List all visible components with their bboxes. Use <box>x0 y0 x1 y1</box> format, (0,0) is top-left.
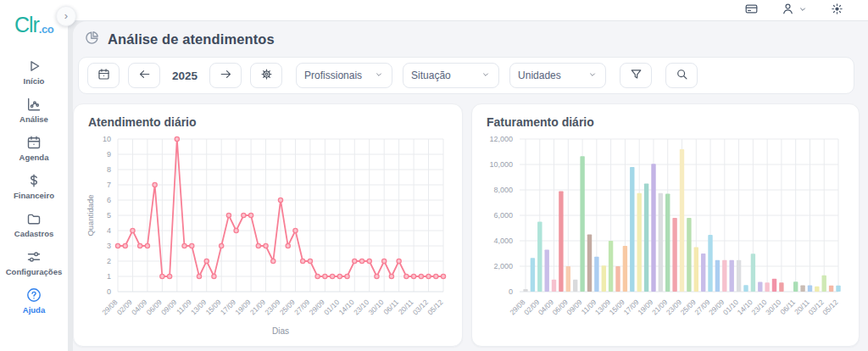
play-icon <box>25 58 42 75</box>
chevron-right-icon: › <box>64 10 68 21</box>
sidebar-item-label: Análise <box>19 114 48 124</box>
sidebar-item-label: Configurações <box>6 267 63 276</box>
search-icon <box>675 67 689 84</box>
line-chart-canvas: 012345678910Quantidade29/0802/0904/0906/… <box>74 131 462 343</box>
content-panel: Análise de atendimentos 2025 Profissiona… <box>73 21 868 351</box>
svg-text:10: 10 <box>103 135 111 143</box>
svg-text:6: 6 <box>107 196 111 204</box>
svg-text:10,000: 10,000 <box>489 160 513 169</box>
charts-section: Atendimento diário 012345678910Quantidad… <box>73 103 860 347</box>
svg-text:02/09: 02/09 <box>115 298 134 316</box>
sidebar-collapse-button[interactable]: › <box>56 6 76 26</box>
sidebar-item-label: Início <box>24 76 45 86</box>
sidebar-item-financeiro[interactable]: Financeiro <box>0 167 68 205</box>
svg-text:0: 0 <box>107 287 111 296</box>
sidebar-item-cadastros[interactable]: Cadastros <box>0 205 68 243</box>
situacao-select[interactable]: Situação <box>403 63 499 88</box>
svg-text:06/11: 06/11 <box>778 298 797 316</box>
next-year-button[interactable] <box>209 63 242 88</box>
svg-text:06/11: 06/11 <box>381 298 400 316</box>
svg-text:05/12: 05/12 <box>821 298 839 316</box>
folder-icon <box>25 210 42 227</box>
main-content: Análise de atendimentos 2025 Profissiona… <box>68 21 868 351</box>
svg-text:19/09: 19/09 <box>636 298 654 316</box>
bar-chart-canvas: 02,0004,0006,0008,00010,00012,00029/0802… <box>472 131 859 343</box>
unidades-select[interactable]: Unidades <box>509 63 606 88</box>
billing-button[interactable] <box>744 2 759 19</box>
sliders-icon <box>25 248 42 265</box>
help-icon <box>25 287 42 304</box>
credit-card-icon <box>744 2 759 19</box>
sidebar-nav: InícioAnáliseAgendaFinanceiroCadastrosCo… <box>0 44 68 320</box>
analysis-icon <box>25 96 42 113</box>
svg-text:5: 5 <box>107 211 111 220</box>
sidebar-item-agenda[interactable]: Agenda <box>0 129 68 167</box>
filter-bar: 2025 ProfissionaisSituaçãoUnidades <box>78 57 854 94</box>
svg-text:29/09: 29/09 <box>308 298 326 316</box>
logo-text-suffix: .co <box>39 23 53 36</box>
svg-text:2,000: 2,000 <box>493 262 513 270</box>
svg-text:25/09: 25/09 <box>679 298 698 316</box>
user-menu-button[interactable] <box>781 2 808 19</box>
svg-text:04/09: 04/09 <box>130 298 148 316</box>
chevron-down-icon <box>374 68 384 83</box>
svg-text:01/10: 01/10 <box>721 298 740 316</box>
dollar-icon <box>25 172 42 189</box>
filter-selects: ProfissionaisSituaçãoUnidades <box>296 63 606 88</box>
svg-text:21/09: 21/09 <box>650 298 669 316</box>
svg-text:05/12: 05/12 <box>426 298 444 316</box>
previous-year-button[interactable] <box>128 63 160 88</box>
chevron-down-icon <box>481 68 491 83</box>
select-value: Situação <box>411 70 451 81</box>
theme-toggle-button[interactable] <box>830 2 844 19</box>
bar-chart-svg: 02,0004,0006,0008,00010,00012,00029/0802… <box>479 131 849 339</box>
sidebar-item-label: Cadastros <box>14 229 53 238</box>
topbar <box>68 0 868 21</box>
funnel-icon <box>629 67 643 84</box>
sidebar-item-configuracoes[interactable]: Configurações <box>0 243 68 281</box>
svg-text:17/09: 17/09 <box>219 298 237 316</box>
svg-text:15/09: 15/09 <box>203 298 222 316</box>
settings-button[interactable] <box>250 63 282 88</box>
sidebar-item-analise[interactable]: Análise <box>0 91 68 129</box>
svg-text:03/12: 03/12 <box>807 298 826 316</box>
chevron-down-icon <box>587 68 598 83</box>
svg-text:25/09: 25/09 <box>278 298 297 316</box>
svg-text:Dias: Dias <box>272 326 289 336</box>
svg-text:1: 1 <box>107 272 111 281</box>
page-title: Análise de atendimentos <box>108 31 275 47</box>
sidebar-item-ajuda[interactable]: Ajuda <box>0 281 68 320</box>
svg-text:23/09: 23/09 <box>263 298 281 316</box>
bar-chart-card: Faturamento diário 02,0004,0006,0008,000… <box>471 103 860 347</box>
line-chart-title: Atendimento diário <box>74 104 462 129</box>
svg-text:09/09: 09/09 <box>565 298 583 316</box>
sidebar-item-label: Financeiro <box>14 191 54 200</box>
sidebar-item-inicio[interactable]: Início <box>0 53 68 91</box>
logo-text-primary: Clr <box>14 13 39 37</box>
svg-text:27/09: 27/09 <box>693 298 711 316</box>
svg-text:7: 7 <box>107 181 111 189</box>
apply-filter-button[interactable] <box>620 63 652 88</box>
profissionais-select[interactable]: Profissionais <box>296 63 392 88</box>
svg-text:29/08: 29/08 <box>508 298 526 316</box>
svg-text:06/09: 06/09 <box>145 298 164 316</box>
svg-text:06/09: 06/09 <box>551 298 570 316</box>
svg-text:09/09: 09/09 <box>159 298 178 316</box>
arrow-left-icon <box>137 67 152 84</box>
svg-text:9: 9 <box>107 150 111 159</box>
date-picker-button[interactable] <box>87 63 120 88</box>
svg-text:30/10: 30/10 <box>764 298 782 316</box>
svg-text:4,000: 4,000 <box>493 237 513 245</box>
svg-text:03/12: 03/12 <box>411 298 430 316</box>
bar-chart-title: Faturamento diário <box>472 104 859 129</box>
svg-text:17/09: 17/09 <box>621 298 640 316</box>
svg-text:21/09: 21/09 <box>248 298 267 316</box>
search-button[interactable] <box>665 63 698 88</box>
svg-text:14/10: 14/10 <box>736 298 754 316</box>
svg-text:27/09: 27/09 <box>292 298 311 316</box>
calendar-icon <box>25 134 42 151</box>
svg-text:02/09: 02/09 <box>522 298 541 316</box>
select-value: Unidades <box>518 70 561 81</box>
arrow-right-icon <box>219 67 233 84</box>
sidebar-item-label: Agenda <box>19 153 49 162</box>
